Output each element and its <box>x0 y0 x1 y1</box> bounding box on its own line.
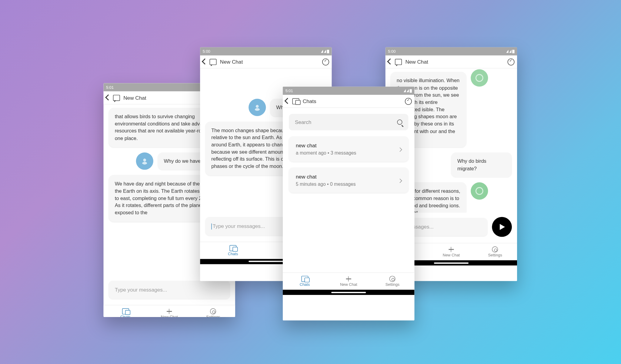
nav-chats[interactable]: Chats <box>104 305 148 317</box>
verified-icon[interactable] <box>508 58 515 65</box>
chat-icon <box>395 59 402 65</box>
placeholder-text: Type your messages... <box>213 223 265 229</box>
nav-label: Settings <box>488 253 502 257</box>
chats-icon <box>122 308 129 314</box>
app-bar: Chats <box>283 95 414 108</box>
status-bar: 5:00 <box>386 47 517 55</box>
nav-chats[interactable]: Chats <box>200 242 266 259</box>
status-bar: 5:01 <box>283 87 414 95</box>
app-bar: New Chat <box>386 55 517 68</box>
chevron-right-icon <box>399 176 402 184</box>
nav-label: Settings <box>386 282 399 287</box>
app-title: Chats <box>303 98 316 104</box>
status-time: 5:01 <box>106 85 114 89</box>
nav-settings[interactable]: Settings <box>191 305 235 317</box>
status-time: 5:00 <box>203 49 210 53</box>
phone-screenshot-3: 5:01 Chats Search new chat a moment ago … <box>283 87 414 321</box>
verified-icon[interactable] <box>322 58 329 65</box>
app-title: New Chat <box>123 95 146 101</box>
chats-icon <box>229 245 236 251</box>
back-icon[interactable] <box>388 59 392 65</box>
user-message: Why do birds migrate? <box>451 152 512 177</box>
bottom-nav: Chats New Chat Settings <box>283 272 414 290</box>
chevron-right-icon <box>399 145 402 153</box>
wifi-icon <box>506 50 508 53</box>
gear-icon <box>389 276 396 282</box>
back-icon[interactable] <box>106 95 110 101</box>
gear-icon <box>210 308 216 314</box>
system-nav-bar <box>283 290 414 295</box>
battery-icon <box>512 50 514 53</box>
chat-subtitle: 5 minutes ago • 0 messages <box>296 182 399 187</box>
chat-subtitle: a moment ago • 3 messages <box>296 150 399 155</box>
plus-icon <box>345 276 352 282</box>
chat-icon <box>113 95 120 101</box>
bot-avatar <box>471 69 488 87</box>
signal-icon <box>324 50 326 53</box>
search-input[interactable]: Search <box>289 114 408 130</box>
nav-label: Chats <box>120 315 131 317</box>
chat-title: new chat <box>296 174 399 180</box>
nav-new-chat[interactable]: New Chat <box>327 273 371 290</box>
nav-label: Settings <box>206 315 220 317</box>
chats-icon <box>301 276 308 282</box>
nav-chats[interactable]: Chats <box>283 273 327 290</box>
status-icons <box>321 50 329 53</box>
search-icon <box>397 119 402 125</box>
plus-icon <box>166 308 173 314</box>
status-icons <box>404 89 412 92</box>
battery-icon <box>327 50 329 53</box>
back-icon[interactable] <box>203 59 207 65</box>
send-button[interactable] <box>492 217 512 237</box>
nav-label: New Chat <box>340 282 357 287</box>
nav-label: Chats <box>300 282 310 287</box>
chat-list-item[interactable]: new chat 5 minutes ago • 0 messages <box>289 168 408 193</box>
back-icon[interactable] <box>285 98 290 104</box>
app-title: New Chat <box>405 59 428 65</box>
user-avatar <box>136 152 153 170</box>
nav-settings[interactable]: Settings <box>371 273 415 290</box>
bot-avatar <box>471 182 488 200</box>
nav-label: New Chat <box>443 253 460 257</box>
chat-list-item[interactable]: new chat a moment ago • 3 messages <box>289 136 408 162</box>
nav-new-chat[interactable]: New Chat <box>429 243 473 260</box>
chat-title: new chat <box>296 142 399 149</box>
app-title: New Chat <box>220 59 243 65</box>
status-time: 5:01 <box>285 88 293 93</box>
app-bar: New Chat <box>200 55 332 68</box>
search-placeholder: Search <box>295 119 311 125</box>
bottom-nav: Chats New Chat Settings <box>104 305 235 317</box>
nav-new-chat[interactable]: New Chat <box>147 305 191 317</box>
status-icons <box>506 50 514 53</box>
chat-icon <box>210 59 217 65</box>
nav-settings[interactable]: Settings <box>473 243 517 260</box>
message-input[interactable]: Type your messages... <box>109 281 230 299</box>
text-cursor <box>211 223 212 229</box>
signal-icon <box>407 89 409 92</box>
user-avatar <box>249 99 266 116</box>
signal-icon <box>509 50 511 53</box>
wifi-icon <box>404 89 406 92</box>
nav-label: Chats <box>228 252 238 256</box>
plus-icon <box>448 246 455 252</box>
gear-icon <box>492 246 498 252</box>
verified-icon[interactable] <box>405 98 412 105</box>
wifi-icon <box>321 50 323 53</box>
battery-icon <box>410 89 412 92</box>
status-bar: 5:00 <box>200 47 332 55</box>
status-time: 5:00 <box>388 49 396 53</box>
nav-label: New Chat <box>161 315 178 317</box>
chats-icon <box>292 98 299 104</box>
